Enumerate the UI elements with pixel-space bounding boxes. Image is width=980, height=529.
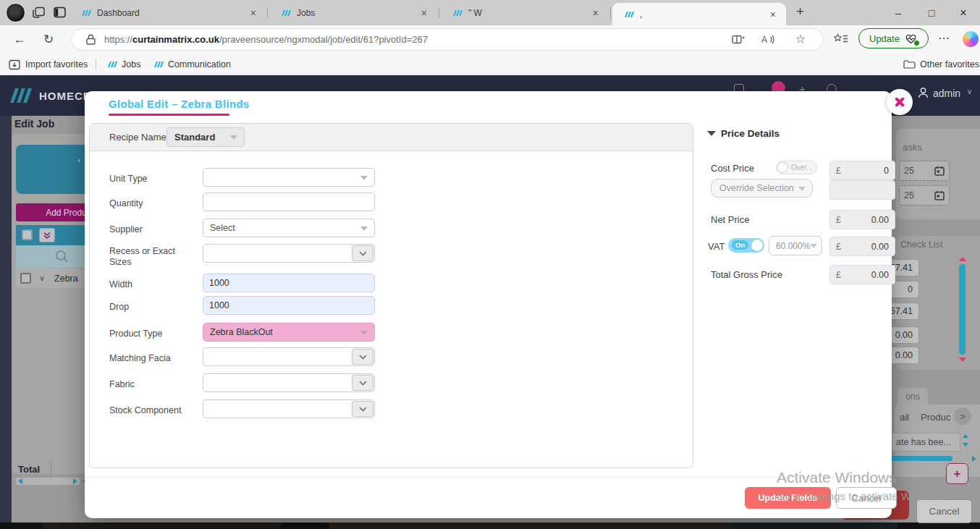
combo-open-button[interactable] [352,349,373,365]
expand-all-button[interactable] [39,228,55,242]
tab-actions-icon[interactable] [54,7,67,21]
tab-jobs[interactable]: Jobs × [269,0,437,25]
combo-open-button[interactable] [352,401,373,417]
screen: Dashboard × Jobs × " W × , × + – □ × ← ↻ [0,0,980,529]
spinner-up-icon[interactable] [963,434,968,438]
date-value: 25 [904,190,914,200]
tab-close-icon[interactable]: × [418,7,430,19]
vat-rate-select[interactable]: 60.000% [769,236,822,255]
scroll-right-icon[interactable] [73,478,77,484]
tab-close-icon[interactable]: × [767,9,779,20]
row-expand-icon[interactable]: ∨ [39,274,45,283]
calendar-icon[interactable] [934,166,945,176]
v-scrollbar[interactable] [958,257,966,365]
chevron-down-icon[interactable]: ∨ [967,88,972,96]
toggle-knob [777,162,788,173]
add-row-button[interactable]: + [946,463,968,484]
modal-cancel-button[interactable]: Cancel [836,487,897,509]
collapse-arrow-icon[interactable] [707,131,716,136]
favorite-label: Communication [168,59,231,69]
quantity-input[interactable] [203,192,375,211]
favorites-manager-icon[interactable] [834,33,848,47]
combo-open-button[interactable] [352,245,373,261]
total-gross-value: 0.00 [871,270,889,280]
width-input[interactable] [203,274,375,292]
favorite-star-icon[interactable]: ☆ [795,32,806,46]
tab-detail-partial[interactable]: ail [900,412,909,423]
scroll-up-icon[interactable] [959,257,966,261]
unit-type-select[interactable] [203,168,375,187]
calendar-icon[interactable] [934,190,945,200]
tab-dashboard[interactable]: Dashboard × [69,0,266,25]
stock-component-combo[interactable] [203,399,375,418]
window-close-button[interactable]: × [947,0,980,25]
vat-toggle[interactable]: On [728,238,764,253]
net-price-field[interactable]: £ 0.00 [829,210,895,229]
favorite-jobs[interactable]: Jobs [107,54,140,75]
note-field-partial[interactable]: ate has bee... [892,433,960,452]
update-fields-button[interactable]: Update Fields [745,487,831,509]
h-scroll-thumb[interactable] [889,456,952,461]
tab-close-icon[interactable]: × [248,7,259,19]
scroll-right-icon[interactable] [972,456,976,462]
tab-active[interactable]: , × [612,3,786,25]
date-field[interactable]: 25 [899,185,950,206]
user-name[interactable]: admin [933,88,960,99]
scroll-left-icon[interactable] [18,478,22,484]
background-cancel-button[interactable]: Cancel [916,499,972,523]
settings-dots-icon[interactable]: ⋯ [938,31,950,45]
window-minimize-button[interactable]: – [882,0,915,25]
copilot-icon[interactable] [963,31,979,47]
supplier-select[interactable]: Select [203,219,375,237]
h-scrollbar[interactable] [16,478,80,485]
tab-title: Jobs [297,8,418,18]
desktop-strip-segment [329,522,731,529]
back-icon[interactable]: ← [13,32,26,47]
scroll-thumb[interactable] [959,264,966,355]
vat-label: VAT [708,241,725,252]
split-screen-icon[interactable] [732,34,745,45]
address-bar[interactable]: https://curtainmatrix.co.uk/praveensourc… [71,28,824,51]
override-selection-select[interactable]: Override Selection [711,179,813,198]
cost-price-field[interactable]: £ 0 [829,161,895,180]
browser-profile-avatar[interactable] [6,3,25,22]
vat-value-field[interactable]: £ 0.00 [829,237,895,256]
favorite-label: Jobs [122,59,140,69]
combo-open-button[interactable] [352,375,373,391]
window-maximize-button[interactable]: □ [915,0,948,25]
import-favorites-button[interactable]: Import favorites [9,54,88,75]
workspaces-icon[interactable] [32,7,46,22]
price-details-title: Price Details [721,128,780,139]
read-aloud-icon[interactable]: A [761,34,775,45]
drop-input[interactable] [203,296,375,315]
divider [51,462,51,478]
dropdown-arrow-icon [360,176,368,180]
select-all-checkbox[interactable] [22,229,33,240]
modal-close-button[interactable] [887,89,913,115]
check-list-tab[interactable]: Check List [900,240,942,250]
refresh-icon[interactable]: ↻ [43,32,54,47]
total-gross-price-label: Total Gross Price [711,269,782,280]
override-value-field[interactable] [829,180,895,200]
row-checkbox[interactable] [20,273,31,284]
search-icon[interactable] [54,249,69,264]
recess-exact-combo[interactable] [203,244,375,263]
options-tab-partial[interactable]: ons [897,388,928,405]
override-toggle[interactable]: Over... [776,161,817,174]
new-tab-button[interactable]: + [796,4,804,20]
tab-product-partial[interactable]: Produc [921,412,950,423]
date-field[interactable]: 25 [899,161,950,181]
browser-update-button[interactable]: Update [858,28,929,48]
product-type-select[interactable]: Zebra BlackOut [203,323,375,342]
total-gross-price-field[interactable]: £ 0.00 [829,265,895,284]
matching-facia-combo[interactable] [203,347,375,366]
spinner-down-icon[interactable] [963,443,968,447]
tab-scroll-right-button[interactable]: > [954,407,971,425]
tab-close-icon[interactable]: × [590,7,601,19]
scroll-down-icon[interactable] [959,357,966,362]
tab-w[interactable]: " W × [441,0,609,25]
other-favorites-button[interactable]: Other favorites [903,54,979,75]
fabric-combo[interactable] [203,373,375,392]
favorite-communication[interactable]: Communication [153,54,231,75]
recipe-name-select[interactable]: Standard [166,127,245,147]
